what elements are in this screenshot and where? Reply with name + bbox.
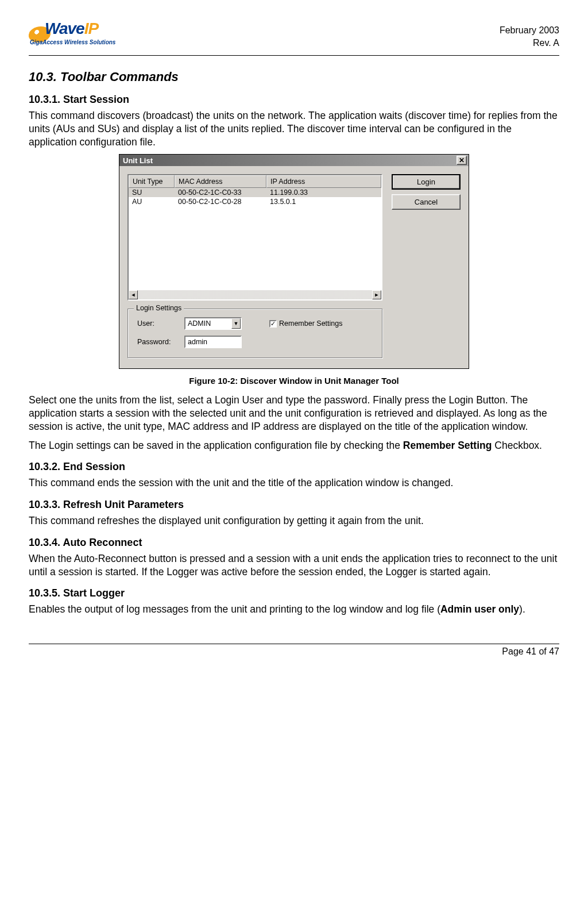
header-rev: Rev. A [500, 37, 559, 49]
cancel-button[interactable]: Cancel [392, 194, 461, 210]
scroll-left-button[interactable]: ◄ [129, 290, 138, 299]
subsection-refresh: 10.3.3. Refresh Unit Parameters [29, 499, 559, 511]
remember-checkbox[interactable]: ✓ [269, 320, 277, 328]
page-header: WaveIP GigaAccess Wireless Solutions Feb… [29, 17, 559, 52]
user-row: User: ADMIN ▼ ✓ Remember Settings [137, 317, 373, 330]
logger-part-a: Enables the output of log messages from … [29, 603, 440, 615]
user-label: User: [137, 320, 180, 328]
dialog-title: Unit List [123, 156, 153, 165]
logo-prefix: Wave [45, 20, 84, 37]
user-combobox[interactable]: ADMIN ▼ [184, 317, 242, 330]
remember-label: Remember Settings [279, 320, 342, 328]
subsection-start-logger: 10.3.5. Start Logger [29, 587, 559, 599]
post-figure-paragraph-1: Select one the units from the list, sele… [29, 394, 559, 433]
dialog-right-column: Login Cancel [392, 174, 461, 358]
login-settings-legend: Login Settings [134, 304, 184, 312]
cell-ip: 11.199.0.33 [266, 188, 381, 197]
cell-unit-type: AU [129, 197, 175, 206]
footer-page-num: 41 [526, 646, 536, 656]
password-label: Password: [137, 338, 180, 346]
scroll-track[interactable] [138, 290, 372, 299]
password-row: Password: admin [137, 336, 373, 348]
chevron-down-icon: ▼ [234, 321, 239, 326]
cell-ip: 13.5.0.1 [266, 197, 381, 206]
column-header-ip[interactable]: IP Address [266, 175, 381, 188]
p2-bold: Remember Setting [403, 440, 492, 451]
refresh-paragraph: This command refreshes the displayed uni… [29, 514, 559, 528]
p2-part-a: The Login settings can be saved in the a… [29, 440, 403, 451]
footer-prefix: Page [502, 646, 526, 656]
footer-of: of 47 [536, 646, 559, 656]
logo-suffix: IP [84, 20, 98, 37]
header-rule [29, 55, 559, 56]
list-row[interactable]: SU 00-50-C2-1C-C0-33 11.199.0.33 [129, 188, 381, 197]
p2-part-c: Checkbox. [492, 440, 542, 451]
close-button[interactable]: ✕ [457, 156, 467, 165]
page-footer: Page 41 of 47 [0, 646, 588, 668]
unit-list-dialog: Unit List ✕ Unit Type MAC Address IP Add… [119, 154, 469, 369]
dialog-titlebar[interactable]: Unit List ✕ [119, 155, 469, 166]
header-meta: February 2003 Rev. A [500, 17, 559, 50]
start-logger-paragraph: Enables the output of log messages from … [29, 603, 559, 616]
logo-tagline: GigaAccess Wireless Solutions [30, 39, 115, 45]
subsection-start-session: 10.3.1. Start Session [29, 94, 559, 106]
unit-listview[interactable]: Unit Type MAC Address IP Address SU 00-5… [127, 174, 382, 301]
subsection-auto-reconnect: 10.3.4. Auto Reconnect [29, 537, 559, 549]
dialog-body: Unit Type MAC Address IP Address SU 00-5… [119, 166, 469, 368]
dialog-figure: Unit List ✕ Unit Type MAC Address IP Add… [29, 154, 559, 369]
logger-part-c: ). [519, 603, 525, 615]
remember-settings-wrap[interactable]: ✓ Remember Settings [269, 320, 342, 328]
arrow-left-icon: ◄ [131, 292, 136, 298]
combobox-dropdown-button[interactable]: ▼ [231, 318, 241, 329]
list-row[interactable]: AU 00-50-C2-1C-C0-28 13.5.0.1 [129, 197, 381, 206]
auto-reconnect-paragraph: When the Auto-Reconnect button is presse… [29, 552, 559, 579]
column-header-mac[interactable]: MAC Address [175, 175, 266, 188]
logo: WaveIP GigaAccess Wireless Solutions [29, 17, 121, 52]
column-header-unit-type[interactable]: Unit Type [129, 175, 175, 188]
logo-text: WaveIP [45, 20, 98, 38]
listview-headers: Unit Type MAC Address IP Address [129, 175, 381, 188]
section-title: 10.3. Toolbar Commands [29, 70, 559, 84]
subsection-end-session: 10.3.2. End Session [29, 461, 559, 473]
horizontal-scrollbar[interactable]: ◄ ► [129, 290, 381, 299]
post-figure-paragraph-2: The Login settings can be saved in the a… [29, 439, 559, 452]
close-icon: ✕ [459, 156, 465, 164]
login-settings-fieldset: Login Settings User: ADMIN ▼ ✓ Remember … [127, 309, 382, 358]
login-button[interactable]: Login [392, 174, 461, 190]
cell-unit-type: SU [129, 188, 175, 197]
password-input[interactable]: admin [184, 336, 242, 348]
cell-mac: 00-50-C2-1C-C0-28 [175, 197, 266, 206]
logger-bold: Admin user only [440, 603, 519, 615]
arrow-right-icon: ► [374, 292, 380, 298]
start-session-paragraph: This command discovers (broadcast) the u… [29, 109, 559, 148]
scroll-right-button[interactable]: ► [372, 290, 381, 299]
header-date: February 2003 [500, 24, 559, 37]
dialog-left-column: Unit Type MAC Address IP Address SU 00-5… [127, 174, 382, 358]
check-icon: ✓ [270, 321, 276, 326]
end-session-paragraph: This command ends the session with the u… [29, 476, 559, 490]
cell-mac: 00-50-C2-1C-C0-33 [175, 188, 266, 197]
figure-caption: Figure 10-2: Discover Window in Unit Man… [29, 376, 559, 386]
footer-rule [29, 644, 559, 644]
user-value: ADMIN [185, 318, 231, 329]
